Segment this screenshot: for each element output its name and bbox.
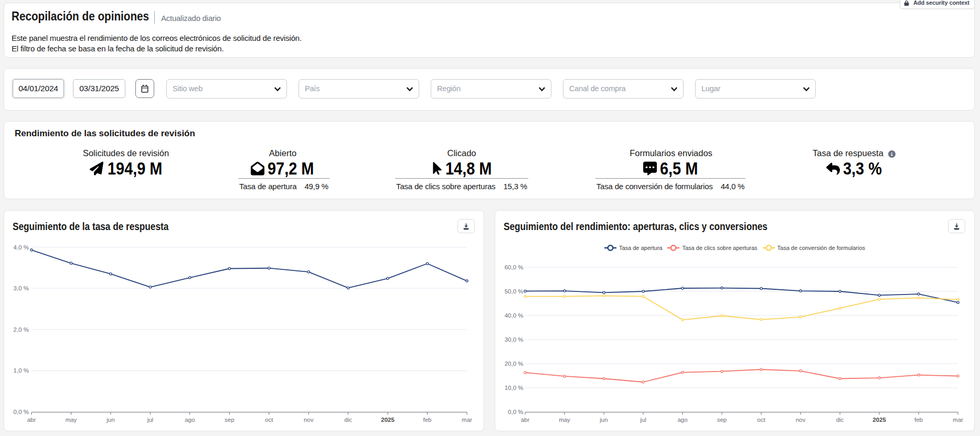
svg-text:2025: 2025 [381,417,395,423]
svg-text:30,0 %: 30,0 % [505,336,524,343]
svg-text:nov: nov [304,417,314,423]
svg-text:0,0 %: 0,0 % [508,409,523,415]
svg-text:4,0 %: 4,0 % [14,244,29,250]
svg-text:dic: dic [344,417,352,423]
svg-text:nov: nov [796,417,806,423]
svg-text:mar: mar [462,417,472,423]
svg-text:20,0 %: 20,0 % [505,361,524,367]
svg-text:1,0 %: 1,0 % [14,367,29,374]
svg-text:oct: oct [757,417,765,423]
svg-text:oct: oct [265,417,273,423]
svg-text:ago: ago [677,417,687,423]
svg-text:10,0 %: 10,0 % [505,385,524,391]
svg-text:abr: abr [27,417,36,423]
svg-text:3,0 %: 3,0 % [14,285,29,291]
svg-text:may: may [559,417,570,423]
svg-text:feb: feb [914,417,923,423]
svg-text:mar: mar [953,417,963,423]
svg-text:sep: sep [225,417,235,423]
svg-text:abr: abr [521,417,530,423]
svg-text:jul: jul [147,417,154,423]
svg-text:may: may [66,417,77,423]
svg-text:sep: sep [717,417,727,423]
svg-text:2,0 %: 2,0 % [14,326,29,333]
svg-text:jul: jul [640,417,646,423]
svg-text:jun: jun [599,417,608,423]
svg-text:dic: dic [836,417,844,423]
svg-text:2025: 2025 [872,417,886,423]
svg-text:50,0 %: 50,0 % [505,288,524,295]
svg-text:ago: ago [185,417,195,423]
svg-text:feb: feb [423,417,432,423]
svg-text:jun: jun [106,417,114,423]
svg-text:0,0 %: 0,0 % [14,409,29,415]
svg-text:60,0 %: 60,0 % [505,264,524,270]
svg-text:40,0 %: 40,0 % [505,312,524,319]
